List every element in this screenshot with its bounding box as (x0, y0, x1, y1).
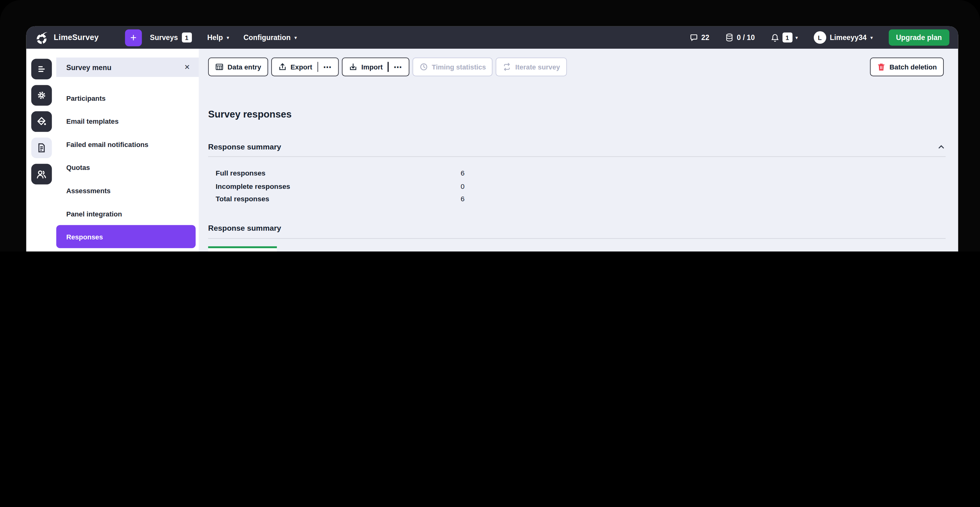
repeat-icon (503, 63, 512, 71)
menu-lines-icon (36, 64, 46, 75)
export-icon (278, 63, 287, 71)
sidebar-item-responses[interactable]: Responses (56, 225, 196, 249)
rail-responses-button[interactable] (31, 138, 52, 158)
nav-help-menu[interactable]: Help ▾ (207, 34, 229, 41)
button-divider (388, 62, 389, 72)
messages-indicator[interactable]: 22 (689, 33, 710, 42)
data-entry-button[interactable]: Data entry (208, 57, 268, 76)
limesurvey-logo-icon (35, 30, 49, 45)
tab-all-responses[interactable]: All responses (208, 246, 277, 252)
rail-participants-button[interactable] (31, 164, 52, 185)
tab-saved-not-submitted[interactable]: Saved but not submitted responses (277, 246, 417, 252)
survey-menu-title: Survey menu (66, 64, 185, 71)
stat-row: Full responses 6 (215, 167, 465, 180)
database-icon (725, 33, 733, 42)
stat-row: Total responses 6 (215, 193, 465, 205)
export-button[interactable]: Export ⋯ (271, 57, 339, 76)
caret-down-icon: ▾ (795, 35, 798, 40)
survey-menu-panel: Survey menu ✕ Participants Email templat… (56, 49, 199, 252)
import-icon (349, 63, 358, 71)
users-icon (36, 168, 47, 180)
export-more-button[interactable]: ⋯ (323, 63, 332, 71)
chevron-up-icon[interactable] (937, 143, 946, 151)
gear-icon (36, 90, 46, 100)
close-icon[interactable]: ✕ (184, 63, 190, 71)
username: Limeeyy34 (830, 34, 867, 41)
response-summary-section-header: Response summary (208, 143, 946, 151)
sidebar-item-assessments[interactable]: Assessments (56, 179, 196, 202)
timing-statistics-button[interactable]: Timing statistics (412, 57, 493, 76)
clock-icon (419, 63, 428, 71)
response-toolbar: Data entry Export ⋯ (208, 57, 944, 76)
caret-down-icon: ▾ (870, 35, 873, 40)
user-menu[interactable]: L Limeeyy34 ▾ (813, 31, 873, 44)
device-frame: LimeSurvey + Surveys 1 Help ▾ Configurat… (0, 0, 980, 252)
button-divider (317, 62, 318, 72)
document-icon (36, 143, 46, 153)
notifications-indicator[interactable]: 1 ▾ (770, 33, 798, 43)
table-grid-icon (215, 63, 224, 71)
caret-down-icon: ▾ (227, 35, 229, 40)
response-summary-stats: Full responses 6 Incomplete responses 0 … (215, 167, 465, 205)
response-tabs: All responses Saved but not submitted re… (208, 246, 417, 252)
main-content: Data entry Export ⋯ (199, 49, 958, 252)
section-divider (208, 238, 946, 239)
app-window: LimeSurvey + Surveys 1 Help ▾ Configurat… (26, 26, 958, 252)
caret-down-icon: ▾ (294, 35, 297, 40)
create-survey-button[interactable]: + (125, 29, 142, 46)
survey-menu-header: Survey menu ✕ (56, 57, 199, 77)
top-navbar: LimeSurvey + Surveys 1 Help ▾ Configurat… (26, 26, 958, 49)
left-icon-rail (26, 49, 56, 252)
avatar: L (813, 31, 826, 44)
response-table-section-header: Response summary (208, 224, 946, 233)
storage-indicator[interactable]: 0 / 10 (725, 33, 755, 42)
sidebar-item-participants[interactable]: Participants (56, 86, 196, 110)
sidebar-item-panel-integration[interactable]: Panel integration (56, 202, 196, 225)
batch-deletion-button[interactable]: Batch deletion (870, 57, 944, 76)
plus-icon: + (130, 32, 137, 43)
sidebar-item-failed-email-notifications[interactable]: Failed email notifications (56, 132, 196, 156)
paint-bucket-icon (36, 116, 46, 127)
import-more-button[interactable]: ⋯ (394, 63, 402, 71)
rail-theme-button[interactable] (31, 111, 52, 132)
section-divider (208, 156, 946, 157)
nav-surveys[interactable]: Surveys 1 (150, 33, 192, 43)
page-title: Survey responses (208, 109, 291, 120)
import-button[interactable]: Import ⋯ (342, 57, 409, 76)
surveys-count-badge: 1 (182, 33, 192, 43)
chat-icon (689, 33, 698, 42)
nav-configuration-menu[interactable]: Configuration ▾ (243, 34, 297, 41)
notifications-count-badge: 1 (782, 33, 792, 43)
stat-row: Incomplete responses 0 (215, 180, 465, 193)
rail-survey-menu-button[interactable] (31, 59, 52, 80)
upgrade-plan-button[interactable]: Upgrade plan (889, 29, 950, 46)
sidebar-item-quotas[interactable]: Quotas (56, 156, 196, 179)
trash-icon (877, 63, 886, 71)
brand[interactable]: LimeSurvey (35, 30, 99, 45)
rail-settings-button[interactable] (31, 85, 52, 106)
bell-icon (770, 33, 779, 42)
brand-name: LimeSurvey (54, 33, 99, 42)
iterate-survey-button[interactable]: Iterate survey (496, 57, 567, 76)
sidebar-item-statistics[interactable]: Statistics (56, 248, 196, 252)
sidebar-item-email-templates[interactable]: Email templates (56, 110, 196, 133)
